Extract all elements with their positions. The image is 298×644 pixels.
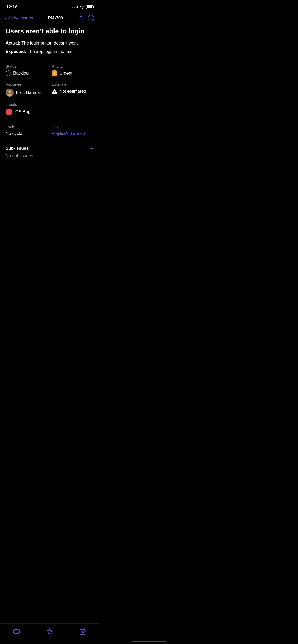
add-sub-issue-button[interactable]: + <box>90 145 94 151</box>
issue-actual: Actual: The login button doesn't work <box>6 40 94 47</box>
assignee-value[interactable]: Brett Bauman <box>6 89 48 97</box>
priority-field: Priority ! Urgent <box>52 64 94 76</box>
cycle-label: Cycle <box>6 125 48 129</box>
status-bar: 12:16 <box>0 0 99 13</box>
share-button[interactable] <box>78 15 84 21</box>
svg-point-3 <box>91 18 91 19</box>
back-button[interactable]: ‹ Active issues <box>5 16 33 21</box>
back-label: Active issues <box>8 16 33 21</box>
status-field: Status Backlog <box>6 64 48 76</box>
warning-triangle-icon: ! <box>52 89 57 94</box>
priority-text: Urgent <box>59 71 72 76</box>
nav-actions <box>78 15 94 21</box>
urgent-badge-icon: ! <box>52 70 57 76</box>
urgent-exclamation: ! <box>54 72 55 75</box>
project-label: Project <box>52 125 94 129</box>
assignee-label: Assignee <box>6 82 48 86</box>
sub-issues-header: Sub-issues + <box>6 145 94 151</box>
status-text: Backlog <box>13 71 29 76</box>
more-button[interactable] <box>88 15 94 21</box>
divider-2 <box>6 120 94 120</box>
actual-label: Actual: <box>6 41 20 46</box>
backlog-circle-icon <box>6 70 11 76</box>
nav-title: PM-709 <box>48 16 63 21</box>
labels-field: Labels iOS Bug <box>6 102 94 115</box>
labels-label: Labels <box>6 102 94 107</box>
status-value[interactable]: Backlog <box>6 70 48 76</box>
status-time: 12:16 <box>6 5 18 10</box>
estimate-value[interactable]: ! Not estimated <box>52 89 94 94</box>
labels-value[interactable]: iOS Bug <box>6 109 94 115</box>
status-label: Status <box>6 64 48 68</box>
status-icons <box>72 5 93 9</box>
project-value[interactable]: PlaylistAI Launch <box>52 131 94 136</box>
svg-text:!: ! <box>54 91 55 93</box>
label-text: iOS Bug <box>14 109 30 114</box>
wifi-icon <box>80 5 85 9</box>
issue-detail-content: Users aren't able to login Actual: The l… <box>0 24 99 158</box>
cycle-text: No cycle <box>6 131 22 136</box>
estimate-text: Not estimated <box>59 89 86 94</box>
avatar <box>6 89 14 97</box>
svg-point-2 <box>89 18 90 19</box>
issue-expected: Expected: The app logs in the user <box>6 48 94 55</box>
priority-value[interactable]: ! Urgent <box>52 70 94 76</box>
cycle-value[interactable]: No cycle <box>6 131 48 136</box>
signal-dots-icon <box>72 6 78 8</box>
sub-issues-title: Sub-issues <box>6 146 29 151</box>
fields-grid-1: Status Backlog Priority ! Urgent Assigne… <box>6 64 94 97</box>
project-field: Project PlaylistAI Launch <box>52 125 94 136</box>
divider-1 <box>6 60 94 60</box>
estimate-label: Estimate <box>52 82 94 86</box>
svg-point-6 <box>8 90 11 93</box>
priority-label: Priority <box>52 64 94 68</box>
estimate-field: Estimate ! Not estimated <box>52 82 94 97</box>
sub-issues-empty: No sub-issues <box>6 153 94 158</box>
sub-issues-section: Sub-issues + No sub-issues <box>6 145 94 158</box>
divider-3 <box>6 141 94 141</box>
nav-bar: ‹ Active issues PM-709 <box>0 13 99 24</box>
svg-point-7 <box>7 94 12 97</box>
chevron-left-icon: ‹ <box>5 16 7 21</box>
assignee-name: Brett Bauman <box>16 90 42 95</box>
project-text: PlaylistAI Launch <box>52 131 85 136</box>
cycle-project-grid: Cycle No cycle Project PlaylistAI Launch <box>6 125 94 136</box>
avatar-image <box>6 89 14 97</box>
cycle-field: Cycle No cycle <box>6 125 48 136</box>
battery-icon <box>86 5 93 9</box>
svg-point-4 <box>92 18 93 19</box>
assignee-field: Assignee Brett Bauman <box>6 82 48 97</box>
expected-label: Expected: <box>6 49 26 54</box>
label-color-dot <box>6 109 12 115</box>
issue-title: Users aren't able to login <box>6 27 94 35</box>
